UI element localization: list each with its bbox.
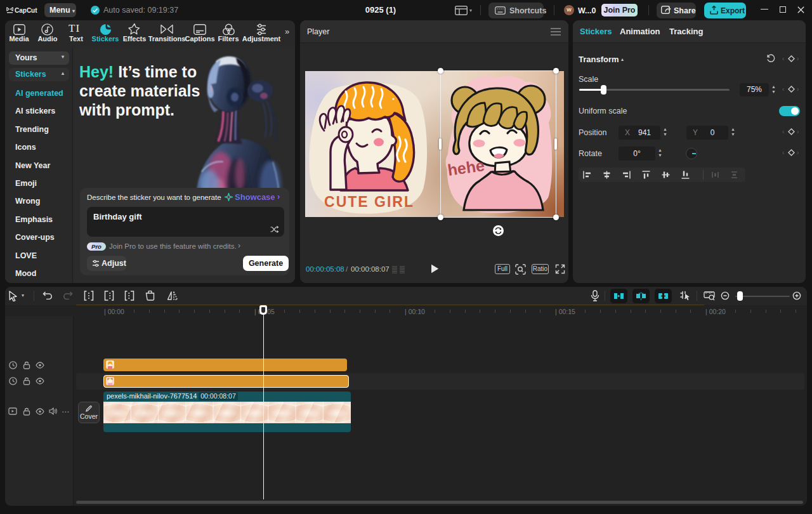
svg-text:CUTE GIRL: CUTE GIRL [324,194,414,210]
